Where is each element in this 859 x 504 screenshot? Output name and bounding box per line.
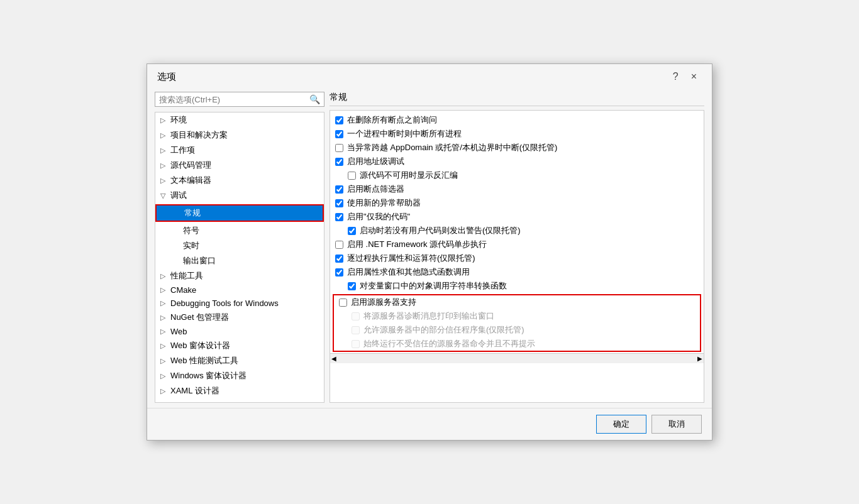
options-container[interactable]: 在删除所有断点之前询问一个进程中断时则中断所有进程当异常跨越 AppDomain… <box>330 110 704 403</box>
tree-container[interactable]: ▷环境▷项目和解决方案▷工作项▷源代码管理▷文本编辑器▽调试▷常规▷符号▷实时▷… <box>155 112 324 403</box>
search-icon: 🔍 <box>309 94 320 104</box>
tree-item-source[interactable]: ▷源代码管理 <box>155 158 324 173</box>
option-row-opt2[interactable]: 一个进程中断时则中断所有进程 <box>330 127 704 141</box>
tree-item-cmake[interactable]: ▷CMake <box>155 283 324 297</box>
option-label-opt4: 启用地址级调试 <box>347 156 404 167</box>
checkbox-opt9[interactable] <box>348 227 356 235</box>
checkbox-opt14[interactable] <box>339 299 347 307</box>
tree-item-label-xaml: XAML 设计器 <box>170 385 219 397</box>
option-label-opt5: 源代码不可用时显示反汇编 <box>360 170 458 181</box>
help-button[interactable]: ? <box>668 70 684 83</box>
collapsed-arrow: ▷ <box>160 146 168 155</box>
option-row-opt10[interactable]: 启用 .NET Framework 源代码单步执行 <box>330 238 704 251</box>
tree-item-label-web-form: Web 窗体设计器 <box>170 340 230 351</box>
tree-item-nuget[interactable]: ▷NuGet 包管理器 <box>155 310 324 325</box>
checkbox-opt2[interactable] <box>335 130 343 138</box>
tree-item-label-cmake: CMake <box>170 285 196 295</box>
collapsed-arrow: ▷ <box>160 342 168 350</box>
search-input[interactable] <box>159 95 309 104</box>
tree-item-debug-symbols[interactable]: ▷符号 <box>155 223 324 238</box>
tree-item-debug-realtime[interactable]: ▷实时 <box>155 238 324 253</box>
option-row-opt13[interactable]: 对变量窗口中的对象调用字符串转换函数 <box>330 279 704 293</box>
option-row-opt3[interactable]: 当异常跨越 AppDomain 或托管/本机边界时中断(仅限托管) <box>330 141 704 155</box>
right-panel-title: 常规 <box>330 92 704 106</box>
option-label-opt13: 对变量窗口中的对象调用字符串转换函数 <box>360 280 507 292</box>
option-row-opt16: 允许源服务器中的部分信任程序集(仅限托管) <box>334 323 700 337</box>
collapsed-arrow: ▷ <box>160 327 168 336</box>
tree-item-web-form[interactable]: ▷Web 窗体设计器 <box>155 338 324 353</box>
scroll-right-icon[interactable]: ▶ <box>697 355 702 362</box>
tree-item-label-debug-symbols: 符号 <box>183 225 199 236</box>
tree-item-project[interactable]: ▷项目和解决方案 <box>155 128 324 143</box>
dialog-title: 选项 <box>157 71 176 83</box>
tree-item-web-perf[interactable]: ▷Web 性能测试工具 <box>155 353 324 368</box>
tree-item-debug-tools-win[interactable]: ▷Debugging Tools for Windows <box>155 297 324 310</box>
checkbox-opt17 <box>352 340 360 348</box>
ok-button[interactable]: 确定 <box>596 415 646 434</box>
tree-item-label-debug-tools-win: Debugging Tools for Windows <box>170 299 279 308</box>
option-row-opt9[interactable]: 启动时若没有用户代码则发出警告(仅限托管) <box>330 224 704 238</box>
tree-item-win-form[interactable]: ▷Windows 窗体设计器 <box>155 368 324 383</box>
search-box[interactable]: 🔍 <box>155 92 324 107</box>
checkbox-opt11[interactable] <box>335 255 343 263</box>
option-label-opt12: 启用属性求值和其他隐式函数调用 <box>347 266 470 278</box>
tree-item-debug[interactable]: ▽调试 <box>155 188 324 203</box>
title-bar-buttons: ? × <box>668 70 702 83</box>
tree-item-label-win-form: Windows 窗体设计器 <box>170 370 247 381</box>
tree-item-work[interactable]: ▷工作项 <box>155 143 324 158</box>
tree-item-label-debug: 调试 <box>170 190 187 201</box>
checkbox-opt16 <box>352 326 360 334</box>
checkbox-opt10[interactable] <box>335 241 343 249</box>
tree-item-perf[interactable]: ▷性能工具 <box>155 268 324 283</box>
checkbox-opt4[interactable] <box>335 158 343 166</box>
collapsed-arrow: ▷ <box>160 314 168 322</box>
options-root: 在删除所有断点之前询问一个进程中断时则中断所有进程当异常跨越 AppDomain… <box>330 113 704 352</box>
option-row-opt4[interactable]: 启用地址级调试 <box>330 155 704 168</box>
left-panel: 🔍 ▷环境▷项目和解决方案▷工作项▷源代码管理▷文本编辑器▽调试▷常规▷符号▷实… <box>155 92 324 403</box>
tree-item-debug-output[interactable]: ▷输出窗口 <box>155 253 324 268</box>
option-label-opt2: 一个进程中断时则中断所有进程 <box>347 128 462 140</box>
checkbox-opt6[interactable] <box>335 185 343 194</box>
tree-item-debug-general[interactable]: ▷常规 <box>157 205 323 221</box>
option-row-opt14[interactable]: 启用源服务器支持 <box>334 295 700 309</box>
option-label-opt3: 当异常跨越 AppDomain 或托管/本机边界时中断(仅限托管) <box>347 142 557 153</box>
collapsed-arrow: ▷ <box>160 387 168 395</box>
right-panel: 常规 在删除所有断点之前询问一个进程中断时则中断所有进程当异常跨越 AppDom… <box>330 92 704 403</box>
checkbox-opt1[interactable] <box>335 116 343 124</box>
tree-item-label-web: Web <box>170 327 187 336</box>
option-row-opt8[interactable]: 启用"仅我的代码" <box>330 210 704 224</box>
horizontal-scrollbar[interactable]: ◀ ▶ <box>330 353 704 363</box>
checkbox-opt12[interactable] <box>335 268 343 277</box>
options-dialog: 选项 ? × 🔍 ▷环境▷项目和解决方案▷工作项▷源代码管理▷文本编辑器▽调试▷… <box>147 63 712 441</box>
red-outline-tree: ▷常规 <box>155 204 324 222</box>
collapsed-arrow: ▷ <box>160 177 168 185</box>
option-label-opt1: 在删除所有断点之前询问 <box>347 114 437 126</box>
tree-item-text-editor[interactable]: ▷文本编辑器 <box>155 173 324 188</box>
option-row-opt1[interactable]: 在删除所有断点之前询问 <box>330 113 704 127</box>
checkbox-opt3[interactable] <box>335 144 343 152</box>
tree-item-label-web-perf: Web 性能测试工具 <box>170 355 238 366</box>
option-row-opt11[interactable]: 逐过程执行属性和运算符(仅限托管) <box>330 251 704 265</box>
option-label-opt9: 启动时若没有用户代码则发出警告(仅限托管) <box>360 225 521 236</box>
tree-item-label-source: 源代码管理 <box>170 160 211 171</box>
option-row-opt12[interactable]: 启用属性求值和其他隐式函数调用 <box>330 265 704 279</box>
tree-item-label-perf: 性能工具 <box>170 270 203 282</box>
option-row-opt15: 将源服务器诊断消息打印到输出窗口 <box>334 309 700 323</box>
cancel-button[interactable]: 取消 <box>651 415 702 434</box>
collapsed-arrow: ▷ <box>160 372 168 380</box>
option-row-opt6[interactable]: 启用断点筛选器 <box>330 182 704 196</box>
checkbox-opt8[interactable] <box>335 213 343 221</box>
close-button[interactable]: × <box>686 70 702 83</box>
option-row-opt17: 始终运行不受信任的源服务器命令并且不再提示 <box>334 337 700 351</box>
option-row-opt7[interactable]: 使用新的异常帮助器 <box>330 196 704 210</box>
tree-item-env[interactable]: ▷环境 <box>155 112 324 128</box>
tree-item-xaml[interactable]: ▷XAML 设计器 <box>155 383 324 398</box>
option-label-opt14: 启用源服务器支持 <box>351 297 416 308</box>
checkbox-opt5[interactable] <box>348 172 356 180</box>
tree-item-web[interactable]: ▷Web <box>155 325 324 338</box>
checkbox-opt7[interactable] <box>335 199 343 207</box>
checkbox-opt13[interactable] <box>348 282 356 290</box>
scroll-left-icon[interactable]: ◀ <box>331 355 336 362</box>
collapsed-arrow: ▷ <box>160 116 168 124</box>
option-row-opt5[interactable]: 源代码不可用时显示反汇编 <box>330 168 704 182</box>
